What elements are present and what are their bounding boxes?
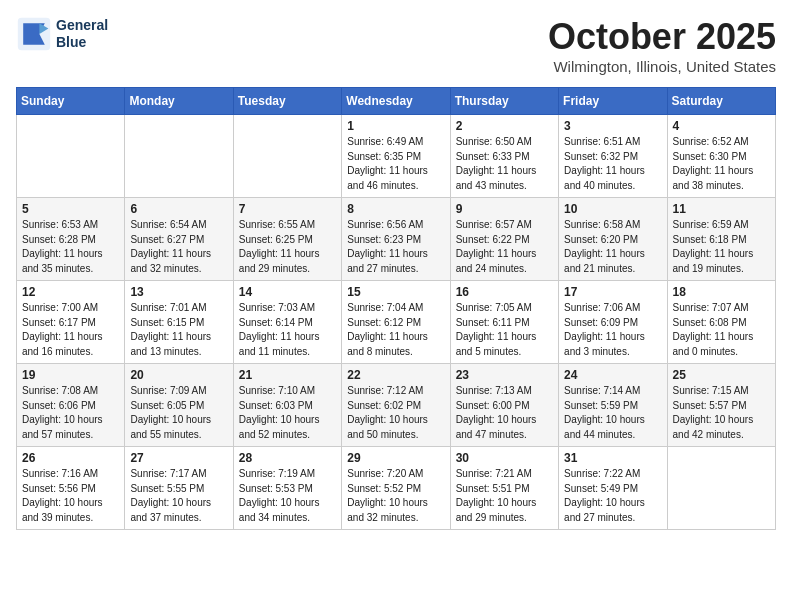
weekday-header-friday: Friday [559, 88, 667, 115]
day-number: 14 [239, 285, 336, 299]
day-info: Sunrise: 7:06 AM Sunset: 6:09 PM Dayligh… [564, 301, 661, 359]
day-info: Sunrise: 7:19 AM Sunset: 5:53 PM Dayligh… [239, 467, 336, 525]
day-number: 27 [130, 451, 227, 465]
day-number: 26 [22, 451, 119, 465]
day-cell: 13Sunrise: 7:01 AM Sunset: 6:15 PM Dayli… [125, 281, 233, 364]
day-number: 5 [22, 202, 119, 216]
calendar-table: SundayMondayTuesdayWednesdayThursdayFrid… [16, 87, 776, 530]
day-number: 7 [239, 202, 336, 216]
day-info: Sunrise: 6:57 AM Sunset: 6:22 PM Dayligh… [456, 218, 553, 276]
day-cell: 10Sunrise: 6:58 AM Sunset: 6:20 PM Dayli… [559, 198, 667, 281]
day-cell: 8Sunrise: 6:56 AM Sunset: 6:23 PM Daylig… [342, 198, 450, 281]
day-cell: 4Sunrise: 6:52 AM Sunset: 6:30 PM Daylig… [667, 115, 775, 198]
logo-icon [16, 16, 52, 52]
day-cell: 22Sunrise: 7:12 AM Sunset: 6:02 PM Dayli… [342, 364, 450, 447]
day-cell: 17Sunrise: 7:06 AM Sunset: 6:09 PM Dayli… [559, 281, 667, 364]
day-cell: 21Sunrise: 7:10 AM Sunset: 6:03 PM Dayli… [233, 364, 341, 447]
day-info: Sunrise: 7:05 AM Sunset: 6:11 PM Dayligh… [456, 301, 553, 359]
day-number: 8 [347, 202, 444, 216]
day-cell: 5Sunrise: 6:53 AM Sunset: 6:28 PM Daylig… [17, 198, 125, 281]
day-number: 18 [673, 285, 770, 299]
day-info: Sunrise: 7:16 AM Sunset: 5:56 PM Dayligh… [22, 467, 119, 525]
day-info: Sunrise: 7:09 AM Sunset: 6:05 PM Dayligh… [130, 384, 227, 442]
day-cell [233, 115, 341, 198]
day-cell: 19Sunrise: 7:08 AM Sunset: 6:06 PM Dayli… [17, 364, 125, 447]
week-row-3: 12Sunrise: 7:00 AM Sunset: 6:17 PM Dayli… [17, 281, 776, 364]
day-info: Sunrise: 6:56 AM Sunset: 6:23 PM Dayligh… [347, 218, 444, 276]
day-number: 19 [22, 368, 119, 382]
day-number: 13 [130, 285, 227, 299]
location: Wilmington, Illinois, United States [548, 58, 776, 75]
weekday-header-monday: Monday [125, 88, 233, 115]
day-cell: 1Sunrise: 6:49 AM Sunset: 6:35 PM Daylig… [342, 115, 450, 198]
weekday-header-thursday: Thursday [450, 88, 558, 115]
day-cell: 26Sunrise: 7:16 AM Sunset: 5:56 PM Dayli… [17, 447, 125, 530]
weekday-header-row: SundayMondayTuesdayWednesdayThursdayFrid… [17, 88, 776, 115]
day-info: Sunrise: 7:14 AM Sunset: 5:59 PM Dayligh… [564, 384, 661, 442]
day-cell: 28Sunrise: 7:19 AM Sunset: 5:53 PM Dayli… [233, 447, 341, 530]
day-info: Sunrise: 7:04 AM Sunset: 6:12 PM Dayligh… [347, 301, 444, 359]
day-number: 17 [564, 285, 661, 299]
day-number: 21 [239, 368, 336, 382]
day-info: Sunrise: 7:20 AM Sunset: 5:52 PM Dayligh… [347, 467, 444, 525]
day-number: 1 [347, 119, 444, 133]
logo-text: General Blue [56, 17, 108, 51]
day-info: Sunrise: 6:53 AM Sunset: 6:28 PM Dayligh… [22, 218, 119, 276]
day-cell: 20Sunrise: 7:09 AM Sunset: 6:05 PM Dayli… [125, 364, 233, 447]
day-number: 6 [130, 202, 227, 216]
day-info: Sunrise: 6:54 AM Sunset: 6:27 PM Dayligh… [130, 218, 227, 276]
day-cell [125, 115, 233, 198]
logo-line1: General [56, 17, 108, 34]
day-info: Sunrise: 7:13 AM Sunset: 6:00 PM Dayligh… [456, 384, 553, 442]
day-number: 16 [456, 285, 553, 299]
day-cell: 2Sunrise: 6:50 AM Sunset: 6:33 PM Daylig… [450, 115, 558, 198]
day-number: 25 [673, 368, 770, 382]
day-cell: 7Sunrise: 6:55 AM Sunset: 6:25 PM Daylig… [233, 198, 341, 281]
day-info: Sunrise: 7:03 AM Sunset: 6:14 PM Dayligh… [239, 301, 336, 359]
day-cell: 30Sunrise: 7:21 AM Sunset: 5:51 PM Dayli… [450, 447, 558, 530]
logo: General Blue [16, 16, 108, 52]
weekday-header-tuesday: Tuesday [233, 88, 341, 115]
page-header: General Blue October 2025 Wilmington, Il… [16, 16, 776, 75]
day-info: Sunrise: 6:52 AM Sunset: 6:30 PM Dayligh… [673, 135, 770, 193]
week-row-2: 5Sunrise: 6:53 AM Sunset: 6:28 PM Daylig… [17, 198, 776, 281]
day-info: Sunrise: 7:07 AM Sunset: 6:08 PM Dayligh… [673, 301, 770, 359]
day-info: Sunrise: 6:49 AM Sunset: 6:35 PM Dayligh… [347, 135, 444, 193]
week-row-4: 19Sunrise: 7:08 AM Sunset: 6:06 PM Dayli… [17, 364, 776, 447]
weekday-header-saturday: Saturday [667, 88, 775, 115]
day-info: Sunrise: 7:12 AM Sunset: 6:02 PM Dayligh… [347, 384, 444, 442]
day-cell: 15Sunrise: 7:04 AM Sunset: 6:12 PM Dayli… [342, 281, 450, 364]
day-info: Sunrise: 7:10 AM Sunset: 6:03 PM Dayligh… [239, 384, 336, 442]
day-info: Sunrise: 7:17 AM Sunset: 5:55 PM Dayligh… [130, 467, 227, 525]
day-info: Sunrise: 6:58 AM Sunset: 6:20 PM Dayligh… [564, 218, 661, 276]
day-number: 20 [130, 368, 227, 382]
day-cell: 29Sunrise: 7:20 AM Sunset: 5:52 PM Dayli… [342, 447, 450, 530]
day-cell: 23Sunrise: 7:13 AM Sunset: 6:00 PM Dayli… [450, 364, 558, 447]
day-cell: 25Sunrise: 7:15 AM Sunset: 5:57 PM Dayli… [667, 364, 775, 447]
weekday-header-wednesday: Wednesday [342, 88, 450, 115]
day-cell: 6Sunrise: 6:54 AM Sunset: 6:27 PM Daylig… [125, 198, 233, 281]
day-number: 3 [564, 119, 661, 133]
day-info: Sunrise: 6:51 AM Sunset: 6:32 PM Dayligh… [564, 135, 661, 193]
day-cell: 18Sunrise: 7:07 AM Sunset: 6:08 PM Dayli… [667, 281, 775, 364]
day-info: Sunrise: 6:55 AM Sunset: 6:25 PM Dayligh… [239, 218, 336, 276]
weekday-header-sunday: Sunday [17, 88, 125, 115]
day-info: Sunrise: 7:22 AM Sunset: 5:49 PM Dayligh… [564, 467, 661, 525]
day-number: 12 [22, 285, 119, 299]
day-cell: 24Sunrise: 7:14 AM Sunset: 5:59 PM Dayli… [559, 364, 667, 447]
month-title: October 2025 [548, 16, 776, 58]
logo-line2: Blue [56, 34, 108, 51]
day-number: 28 [239, 451, 336, 465]
day-number: 30 [456, 451, 553, 465]
day-info: Sunrise: 7:21 AM Sunset: 5:51 PM Dayligh… [456, 467, 553, 525]
day-number: 9 [456, 202, 553, 216]
day-cell: 9Sunrise: 6:57 AM Sunset: 6:22 PM Daylig… [450, 198, 558, 281]
day-info: Sunrise: 7:15 AM Sunset: 5:57 PM Dayligh… [673, 384, 770, 442]
day-number: 23 [456, 368, 553, 382]
day-info: Sunrise: 7:08 AM Sunset: 6:06 PM Dayligh… [22, 384, 119, 442]
day-number: 24 [564, 368, 661, 382]
day-info: Sunrise: 6:50 AM Sunset: 6:33 PM Dayligh… [456, 135, 553, 193]
day-number: 4 [673, 119, 770, 133]
day-number: 10 [564, 202, 661, 216]
day-number: 29 [347, 451, 444, 465]
